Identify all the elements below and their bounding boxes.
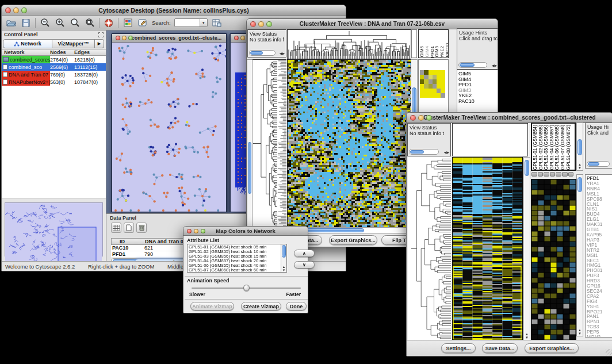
tv2-heatmap-canvas[interactable] bbox=[452, 157, 523, 342]
col-id[interactable]: ID bbox=[112, 239, 145, 244]
zoom-in-icon[interactable] bbox=[54, 17, 66, 29]
network-row[interactable]: combined_sco 2569(6) 13112(15) bbox=[2, 63, 106, 71]
resize-grip[interactable] bbox=[606, 349, 612, 355]
zoom-header-cell[interactable] bbox=[568, 172, 574, 177]
slider-thumb[interactable] bbox=[243, 285, 250, 291]
tab-vizmapper[interactable]: VizMapper™ bbox=[52, 39, 95, 48]
matrix-cell[interactable] bbox=[420, 79, 424, 84]
tv2-column-dendrogram[interactable] bbox=[452, 123, 528, 156]
matrix-cell[interactable] bbox=[424, 75, 428, 79]
scroll-thumb[interactable] bbox=[588, 162, 599, 166]
tv2-labels-vscrollbar[interactable]: ▲▼ bbox=[576, 122, 583, 171]
done-button[interactable]: Done bbox=[286, 302, 307, 311]
tv2-heatmap-vscrollbar[interactable]: ▲▼ bbox=[523, 157, 530, 340]
close-button[interactable] bbox=[410, 115, 416, 121]
attribute-item[interactable]: GPL51-07 (GSM868) heat shock 60 min bbox=[189, 268, 286, 273]
matrix-cell[interactable] bbox=[437, 84, 441, 89]
matrix-cell[interactable] bbox=[441, 84, 445, 89]
matrix-cell[interactable] bbox=[429, 89, 433, 93]
close-button[interactable] bbox=[5, 7, 11, 13]
matrix-cell[interactable] bbox=[433, 70, 437, 75]
dialog-titlebar[interactable]: Map Colors to Network bbox=[183, 227, 308, 236]
minimize-button[interactable] bbox=[240, 36, 245, 40]
matrix-cell[interactable] bbox=[437, 89, 441, 93]
scroll-thumb[interactable] bbox=[250, 51, 263, 55]
tv1-export-graphics-button[interactable]: Export Graphics... bbox=[329, 235, 377, 245]
tv1-heatmap-canvas[interactable] bbox=[287, 59, 411, 228]
matrix-cell[interactable] bbox=[441, 93, 445, 98]
tv1-usage-hscrollbar[interactable] bbox=[458, 62, 487, 68]
matrix-cell[interactable] bbox=[437, 93, 441, 98]
tv1-left-vscrollbar[interactable] bbox=[247, 59, 253, 227]
col-network[interactable]: Network bbox=[2, 49, 50, 55]
network-table-header[interactable]: Network Nodes Edges bbox=[2, 49, 106, 56]
minimize-button[interactable] bbox=[122, 36, 127, 40]
tab-overflow-arrow[interactable]: ▶ bbox=[95, 39, 104, 48]
vizmapper-icon[interactable] bbox=[122, 17, 133, 29]
zoom-button[interactable] bbox=[128, 36, 133, 40]
matrix-cell[interactable] bbox=[441, 79, 445, 84]
tv2-usage-hscrollbar[interactable] bbox=[587, 161, 610, 167]
zoom-fit-icon[interactable] bbox=[84, 17, 95, 29]
matrix-cell[interactable] bbox=[433, 93, 437, 98]
zoom-out-icon[interactable] bbox=[39, 17, 51, 29]
matrix-cell[interactable] bbox=[429, 75, 433, 79]
scroll-arrows-icon[interactable]: ◀▶ bbox=[492, 63, 497, 67]
trash-icon[interactable] bbox=[136, 223, 147, 233]
attribute-listbox[interactable]: GPL51-01 (GSM854) heat shock 05 minGPL51… bbox=[187, 244, 287, 273]
matrix-cell[interactable] bbox=[424, 79, 428, 84]
matrix-cell[interactable] bbox=[424, 70, 428, 75]
zoom-header-cell[interactable] bbox=[562, 172, 568, 177]
help-ring-icon[interactable] bbox=[103, 17, 114, 29]
tv1-similarity-matrix[interactable] bbox=[420, 70, 445, 98]
tv2-gene-label[interactable]: MON2 bbox=[587, 335, 612, 338]
matrix-cell[interactable] bbox=[420, 89, 424, 93]
tv1-status-hscrollbar[interactable] bbox=[249, 50, 276, 56]
matrix-cell[interactable] bbox=[420, 84, 424, 89]
zoom-button[interactable] bbox=[426, 115, 432, 121]
move-down-button[interactable]: ∨ bbox=[294, 261, 315, 269]
matrix-cell[interactable] bbox=[429, 79, 433, 84]
network-name-cell[interactable]: combined_sco bbox=[2, 63, 50, 71]
search-dropdown-icon[interactable]: ▼ bbox=[200, 19, 207, 26]
zoom-header-cell[interactable] bbox=[531, 172, 537, 177]
zoom-selected-icon[interactable] bbox=[69, 17, 81, 29]
matrix-cell[interactable] bbox=[437, 70, 441, 75]
tv2-save-data-button[interactable]: Save Data... bbox=[482, 343, 518, 353]
scroll-arrows-icon[interactable]: ◀▶ bbox=[444, 150, 449, 154]
tv2-export-graphics-button[interactable]: Export Graphics... bbox=[525, 343, 579, 353]
matrix-cell[interactable] bbox=[424, 84, 428, 89]
move-up-button[interactable]: ∧ bbox=[294, 250, 315, 257]
tv1-row-dendrogram[interactable] bbox=[253, 59, 286, 227]
animation-speed-slider[interactable] bbox=[192, 284, 301, 292]
close-button[interactable] bbox=[234, 36, 239, 40]
col-nodes[interactable]: Nodes bbox=[50, 49, 74, 55]
scroll-arrows-icon[interactable]: ▲▼ bbox=[524, 332, 530, 339]
select-attributes-icon[interactable] bbox=[111, 223, 121, 233]
minimize-button[interactable] bbox=[258, 21, 264, 27]
network-view-canvas[interactable] bbox=[112, 43, 226, 212]
minimize-button[interactable] bbox=[418, 115, 424, 121]
close-button[interactable] bbox=[116, 36, 120, 40]
animate-vizmap-button[interactable]: Animate Vizmap bbox=[190, 302, 234, 311]
scroll-arrows-icon[interactable]: ▲▼ bbox=[281, 265, 286, 272]
network-row[interactable]: DNA and Tran 07 769(0) 183728(0) bbox=[2, 71, 106, 78]
matrix-cell[interactable] bbox=[424, 89, 428, 93]
close-button[interactable] bbox=[250, 21, 256, 27]
matrix-cell[interactable] bbox=[429, 84, 433, 89]
minimize-button[interactable] bbox=[13, 7, 19, 13]
tv2-zoom-heatmap-canvas[interactable] bbox=[531, 179, 576, 341]
close-button[interactable] bbox=[187, 229, 192, 233]
network-name-cell[interactable]: combined_scores bbox=[2, 56, 50, 63]
treeview2-titlebar[interactable]: ClusterMaker TreeView : combined_scores_… bbox=[407, 113, 612, 123]
network-overview-panel[interactable] bbox=[5, 202, 103, 256]
scroll-arrows-icon[interactable]: ▲▼ bbox=[577, 328, 583, 335]
tv1-gene-label[interactable]: PAC10 bbox=[458, 99, 498, 105]
minimize-button[interactable] bbox=[194, 229, 198, 233]
matrix-cell[interactable] bbox=[420, 93, 424, 98]
matrix-cell[interactable] bbox=[441, 75, 445, 79]
matrix-cell[interactable] bbox=[437, 79, 441, 84]
import-table-icon[interactable] bbox=[211, 17, 223, 29]
tv1-column-dendrogram[interactable] bbox=[287, 29, 411, 59]
scroll-thumb[interactable] bbox=[248, 142, 251, 194]
